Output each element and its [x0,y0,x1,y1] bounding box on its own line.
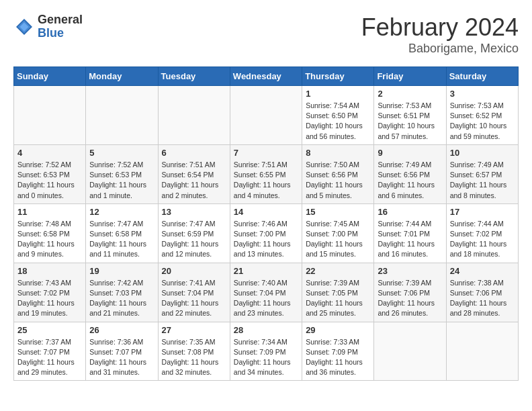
weekday-header-saturday: Saturday [446,67,518,86]
day-number: 11 [17,207,82,217]
day-number: 26 [89,325,154,335]
day-number: 29 [306,325,370,335]
day-number: 2 [378,89,442,99]
day-number: 25 [17,325,82,335]
day-info: Sunrise: 7:49 AM Sunset: 6:56 PM Dayligh… [378,160,442,201]
calendar-cell: 5Sunrise: 7:52 AM Sunset: 6:53 PM Daylig… [86,144,158,203]
weekday-header-sunday: Sunday [14,67,86,86]
calendar-cell: 29Sunrise: 7:33 AM Sunset: 7:09 PM Dayli… [302,322,374,381]
day-number: 5 [89,148,154,158]
day-number: 14 [234,207,298,217]
day-info: Sunrise: 7:35 AM Sunset: 7:08 PM Dayligh… [162,337,226,378]
day-number: 16 [378,207,442,217]
calendar-cell: 8Sunrise: 7:50 AM Sunset: 6:56 PM Daylig… [302,144,374,203]
day-number: 21 [234,266,298,276]
day-info: Sunrise: 7:53 AM Sunset: 6:51 PM Dayligh… [378,101,442,142]
day-info: Sunrise: 7:47 AM Sunset: 6:59 PM Dayligh… [162,219,226,260]
calendar-cell: 24Sunrise: 7:38 AM Sunset: 7:06 PM Dayli… [446,263,518,322]
day-number: 8 [306,148,370,158]
day-info: Sunrise: 7:48 AM Sunset: 6:58 PM Dayligh… [17,219,82,260]
day-number: 3 [450,89,515,99]
calendar-cell: 1Sunrise: 7:54 AM Sunset: 6:50 PM Daylig… [302,86,374,145]
calendar-cell [230,86,302,145]
calendar-cell: 7Sunrise: 7:51 AM Sunset: 6:55 PM Daylig… [230,144,302,203]
logo-icon [13,16,35,38]
calendar-week-row: 1Sunrise: 7:54 AM Sunset: 6:50 PM Daylig… [14,86,519,145]
day-info: Sunrise: 7:45 AM Sunset: 7:00 PM Dayligh… [306,219,370,260]
day-number: 13 [162,207,226,217]
day-info: Sunrise: 7:44 AM Sunset: 7:01 PM Dayligh… [378,219,442,260]
day-info: Sunrise: 7:49 AM Sunset: 6:57 PM Dayligh… [450,160,515,201]
weekday-header-monday: Monday [86,67,158,86]
day-info: Sunrise: 7:40 AM Sunset: 7:04 PM Dayligh… [234,278,298,319]
day-info: Sunrise: 7:51 AM Sunset: 6:54 PM Dayligh… [162,160,226,201]
calendar-cell: 17Sunrise: 7:44 AM Sunset: 7:02 PM Dayli… [446,203,518,263]
weekday-header-thursday: Thursday [302,67,374,86]
calendar-cell: 9Sunrise: 7:49 AM Sunset: 6:56 PM Daylig… [374,144,446,203]
day-number: 20 [162,266,226,276]
day-info: Sunrise: 7:37 AM Sunset: 7:07 PM Dayligh… [17,337,82,378]
day-info: Sunrise: 7:54 AM Sunset: 6:50 PM Dayligh… [306,101,370,142]
calendar-cell: 12Sunrise: 7:47 AM Sunset: 6:58 PM Dayli… [86,203,158,263]
calendar-week-row: 4Sunrise: 7:52 AM Sunset: 6:53 PM Daylig… [14,144,519,203]
calendar-cell: 22Sunrise: 7:39 AM Sunset: 7:05 PM Dayli… [302,263,374,322]
calendar-cell: 19Sunrise: 7:42 AM Sunset: 7:03 PM Dayli… [86,263,158,322]
day-number: 1 [306,89,370,99]
calendar-cell: 11Sunrise: 7:48 AM Sunset: 6:58 PM Dayli… [14,203,86,263]
month-title: February 2024 [361,13,519,42]
calendar-cell: 16Sunrise: 7:44 AM Sunset: 7:01 PM Dayli… [374,203,446,263]
calendar-cell: 13Sunrise: 7:47 AM Sunset: 6:59 PM Dayli… [158,203,230,263]
weekday-header-friday: Friday [374,67,446,86]
calendar-cell [446,322,518,381]
calendar-table: SundayMondayTuesdayWednesdayThursdayFrid… [13,66,519,381]
day-number: 28 [234,325,298,335]
day-info: Sunrise: 7:42 AM Sunset: 7:03 PM Dayligh… [89,278,154,319]
day-info: Sunrise: 7:46 AM Sunset: 7:00 PM Dayligh… [234,219,298,260]
day-number: 17 [450,207,515,217]
day-info: Sunrise: 7:33 AM Sunset: 7:09 PM Dayligh… [306,337,370,378]
day-number: 12 [89,207,154,217]
location: Baborigame, Mexico [361,42,519,56]
day-number: 10 [450,148,515,158]
day-number: 18 [17,266,82,276]
calendar-cell: 28Sunrise: 7:34 AM Sunset: 7:09 PM Dayli… [230,322,302,381]
calendar-cell: 2Sunrise: 7:53 AM Sunset: 6:51 PM Daylig… [374,86,446,145]
calendar-cell: 3Sunrise: 7:53 AM Sunset: 6:52 PM Daylig… [446,86,518,145]
day-number: 7 [234,148,298,158]
calendar-cell: 20Sunrise: 7:41 AM Sunset: 7:04 PM Dayli… [158,263,230,322]
calendar-cell: 14Sunrise: 7:46 AM Sunset: 7:00 PM Dayli… [230,203,302,263]
calendar-cell [14,86,86,145]
day-info: Sunrise: 7:52 AM Sunset: 6:53 PM Dayligh… [89,160,154,201]
logo-general-text: General [38,13,83,27]
logo-text: General Blue [38,13,83,40]
logo-blue-text: Blue [38,27,83,40]
calendar-cell: 10Sunrise: 7:49 AM Sunset: 6:57 PM Dayli… [446,144,518,203]
day-info: Sunrise: 7:34 AM Sunset: 7:09 PM Dayligh… [234,337,298,378]
weekday-header-row: SundayMondayTuesdayWednesdayThursdayFrid… [14,67,519,86]
day-info: Sunrise: 7:52 AM Sunset: 6:53 PM Dayligh… [17,160,82,201]
day-info: Sunrise: 7:39 AM Sunset: 7:06 PM Dayligh… [378,278,442,319]
day-number: 4 [17,148,82,158]
day-info: Sunrise: 7:47 AM Sunset: 6:58 PM Dayligh… [89,219,154,260]
day-number: 24 [450,266,515,276]
page-header: General Blue February 2024 Baborigame, M… [13,13,519,56]
weekday-header-tuesday: Tuesday [158,67,230,86]
day-number: 19 [89,266,154,276]
calendar-cell [86,86,158,145]
calendar-cell: 4Sunrise: 7:52 AM Sunset: 6:53 PM Daylig… [14,144,86,203]
calendar-cell: 18Sunrise: 7:43 AM Sunset: 7:02 PM Dayli… [14,263,86,322]
day-number: 22 [306,266,370,276]
calendar-cell: 15Sunrise: 7:45 AM Sunset: 7:00 PM Dayli… [302,203,374,263]
calendar-cell [158,86,230,145]
calendar-week-row: 25Sunrise: 7:37 AM Sunset: 7:07 PM Dayli… [14,322,519,381]
day-number: 27 [162,325,226,335]
day-number: 15 [306,207,370,217]
calendar-week-row: 11Sunrise: 7:48 AM Sunset: 6:58 PM Dayli… [14,203,519,263]
weekday-header-wednesday: Wednesday [230,67,302,86]
day-info: Sunrise: 7:38 AM Sunset: 7:06 PM Dayligh… [450,278,515,319]
day-info: Sunrise: 7:43 AM Sunset: 7:02 PM Dayligh… [17,278,82,319]
day-info: Sunrise: 7:44 AM Sunset: 7:02 PM Dayligh… [450,219,515,260]
calendar-cell: 26Sunrise: 7:36 AM Sunset: 7:07 PM Dayli… [86,322,158,381]
day-number: 9 [378,148,442,158]
day-info: Sunrise: 7:50 AM Sunset: 6:56 PM Dayligh… [306,160,370,201]
